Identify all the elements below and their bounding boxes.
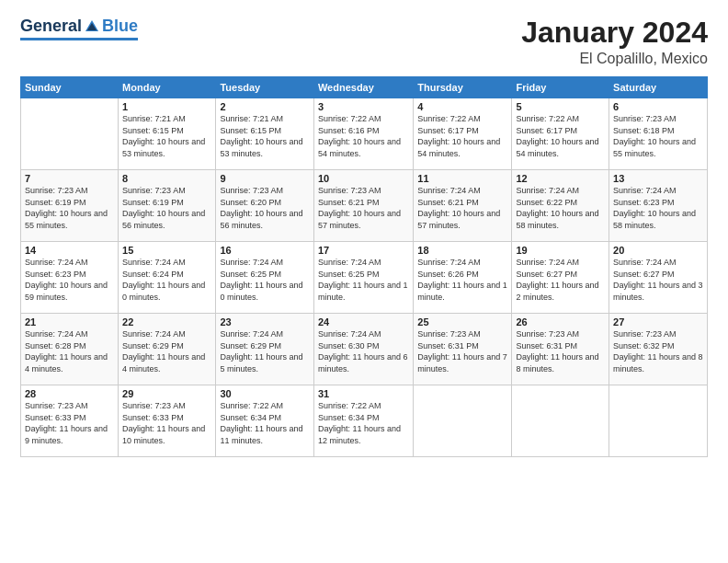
day-info: Sunrise: 7:23 AMSunset: 6:33 PMDaylight:… [122,400,211,446]
table-row: 31Sunrise: 7:22 AMSunset: 6:34 PMDayligh… [313,385,413,457]
table-row [512,385,609,457]
day-number: 7 [25,173,114,184]
logo-blue: Blue [102,17,138,36]
day-number: 5 [516,101,605,112]
day-info: Sunrise: 7:24 AMSunset: 6:28 PMDaylight:… [25,328,114,374]
table-row: 6Sunrise: 7:23 AMSunset: 6:18 PMDaylight… [609,98,708,170]
table-row: 27Sunrise: 7:23 AMSunset: 6:32 PMDayligh… [609,314,708,385]
table-row: 17Sunrise: 7:24 AMSunset: 6:25 PMDayligh… [313,242,413,314]
day-info: Sunrise: 7:23 AMSunset: 6:21 PMDaylight:… [318,185,409,231]
calendar-week-row: 28Sunrise: 7:23 AMSunset: 6:33 PMDayligh… [21,385,708,457]
table-row: 20Sunrise: 7:24 AMSunset: 6:27 PMDayligh… [609,242,708,314]
day-info: Sunrise: 7:23 AMSunset: 6:31 PMDaylight:… [417,328,507,374]
table-row: 11Sunrise: 7:24 AMSunset: 6:21 PMDayligh… [414,170,512,242]
day-number: 19 [516,245,605,256]
col-wednesday: Wednesday [313,77,413,98]
day-number: 26 [516,316,605,327]
table-row: 5Sunrise: 7:22 AMSunset: 6:17 PMDaylight… [512,98,609,170]
table-row: 15Sunrise: 7:24 AMSunset: 6:24 PMDayligh… [119,242,216,314]
day-number: 12 [516,173,605,184]
table-row: 4Sunrise: 7:22 AMSunset: 6:17 PMDaylight… [414,98,512,170]
col-monday: Monday [119,77,216,98]
day-number: 22 [122,316,211,327]
col-sunday: Sunday [21,77,119,98]
day-info: Sunrise: 7:24 AMSunset: 6:22 PMDaylight:… [516,185,605,231]
calendar-header-row: Sunday Monday Tuesday Wednesday Thursday… [21,77,708,98]
day-number: 25 [417,316,507,327]
day-number: 17 [318,245,409,256]
day-info: Sunrise: 7:22 AMSunset: 6:17 PMDaylight:… [417,113,507,159]
table-row: 24Sunrise: 7:24 AMSunset: 6:30 PMDayligh… [313,314,413,385]
day-info: Sunrise: 7:23 AMSunset: 6:31 PMDaylight:… [516,328,605,374]
day-number: 21 [25,316,114,327]
day-info: Sunrise: 7:24 AMSunset: 6:26 PMDaylight:… [417,257,507,303]
day-number: 13 [613,173,703,184]
day-number: 1 [122,101,211,112]
day-number: 28 [25,388,114,399]
day-number: 27 [613,316,703,327]
day-info: Sunrise: 7:24 AMSunset: 6:27 PMDaylight:… [613,257,703,303]
day-info: Sunrise: 7:21 AMSunset: 6:15 PMDaylight:… [220,113,310,159]
table-row: 2Sunrise: 7:21 AMSunset: 6:15 PMDaylight… [216,98,314,170]
table-row: 18Sunrise: 7:24 AMSunset: 6:26 PMDayligh… [414,242,512,314]
logo-icon [84,18,100,35]
table-row: 13Sunrise: 7:24 AMSunset: 6:23 PMDayligh… [609,170,708,242]
table-row: 12Sunrise: 7:24 AMSunset: 6:22 PMDayligh… [512,170,609,242]
header: General Blue January 2024 El Copalillo, … [20,17,708,67]
day-number: 20 [613,245,703,256]
day-number: 8 [122,173,211,184]
calendar-week-row: 7Sunrise: 7:23 AMSunset: 6:19 PMDaylight… [21,170,708,242]
table-row: 23Sunrise: 7:24 AMSunset: 6:29 PMDayligh… [216,314,314,385]
day-number: 3 [318,101,409,112]
day-info: Sunrise: 7:22 AMSunset: 6:34 PMDaylight:… [220,400,310,446]
day-info: Sunrise: 7:23 AMSunset: 6:20 PMDaylight:… [220,185,310,231]
day-info: Sunrise: 7:22 AMSunset: 6:16 PMDaylight:… [318,113,409,159]
day-number: 24 [318,316,409,327]
logo-underline [20,38,138,40]
day-info: Sunrise: 7:23 AMSunset: 6:18 PMDaylight:… [613,113,703,159]
calendar-week-row: 1Sunrise: 7:21 AMSunset: 6:15 PMDaylight… [21,98,708,170]
day-info: Sunrise: 7:21 AMSunset: 6:15 PMDaylight:… [122,113,211,159]
day-info: Sunrise: 7:23 AMSunset: 6:19 PMDaylight:… [122,185,211,231]
page: General Blue January 2024 El Copalillo, … [0,0,728,563]
table-row [609,385,708,457]
table-row: 30Sunrise: 7:22 AMSunset: 6:34 PMDayligh… [216,385,314,457]
table-row [414,385,512,457]
table-row: 22Sunrise: 7:24 AMSunset: 6:29 PMDayligh… [119,314,216,385]
day-info: Sunrise: 7:24 AMSunset: 6:29 PMDaylight:… [122,328,211,374]
day-info: Sunrise: 7:24 AMSunset: 6:23 PMDaylight:… [25,257,114,303]
day-info: Sunrise: 7:24 AMSunset: 6:27 PMDaylight:… [516,257,605,303]
calendar-week-row: 14Sunrise: 7:24 AMSunset: 6:23 PMDayligh… [21,242,708,314]
day-info: Sunrise: 7:24 AMSunset: 6:30 PMDaylight:… [318,328,409,374]
day-number: 29 [122,388,211,399]
table-row: 28Sunrise: 7:23 AMSunset: 6:33 PMDayligh… [21,385,119,457]
table-row: 19Sunrise: 7:24 AMSunset: 6:27 PMDayligh… [512,242,609,314]
day-number: 23 [220,316,310,327]
table-row: 9Sunrise: 7:23 AMSunset: 6:20 PMDaylight… [216,170,314,242]
location-title: El Copalillo, Mexico [521,51,708,67]
day-info: Sunrise: 7:24 AMSunset: 6:21 PMDaylight:… [417,185,507,231]
table-row: 26Sunrise: 7:23 AMSunset: 6:31 PMDayligh… [512,314,609,385]
col-friday: Friday [512,77,609,98]
day-number: 14 [25,245,114,256]
day-info: Sunrise: 7:22 AMSunset: 6:34 PMDaylight:… [318,400,409,446]
day-info: Sunrise: 7:24 AMSunset: 6:29 PMDaylight:… [220,328,310,374]
day-number: 10 [318,173,409,184]
day-number: 18 [417,245,507,256]
day-info: Sunrise: 7:24 AMSunset: 6:24 PMDaylight:… [122,257,211,303]
table-row: 29Sunrise: 7:23 AMSunset: 6:33 PMDayligh… [119,385,216,457]
day-number: 9 [220,173,310,184]
table-row: 3Sunrise: 7:22 AMSunset: 6:16 PMDaylight… [313,98,413,170]
table-row: 7Sunrise: 7:23 AMSunset: 6:19 PMDaylight… [21,170,119,242]
day-number: 16 [220,245,310,256]
table-row: 10Sunrise: 7:23 AMSunset: 6:21 PMDayligh… [313,170,413,242]
table-row: 25Sunrise: 7:23 AMSunset: 6:31 PMDayligh… [414,314,512,385]
calendar-week-row: 21Sunrise: 7:24 AMSunset: 6:28 PMDayligh… [21,314,708,385]
day-number: 6 [613,101,703,112]
day-info: Sunrise: 7:22 AMSunset: 6:17 PMDaylight:… [516,113,605,159]
table-row: 1Sunrise: 7:21 AMSunset: 6:15 PMDaylight… [119,98,216,170]
day-number: 15 [122,245,211,256]
day-info: Sunrise: 7:24 AMSunset: 6:25 PMDaylight:… [318,257,409,303]
day-info: Sunrise: 7:24 AMSunset: 6:23 PMDaylight:… [613,185,703,231]
logo: General Blue [20,17,138,40]
